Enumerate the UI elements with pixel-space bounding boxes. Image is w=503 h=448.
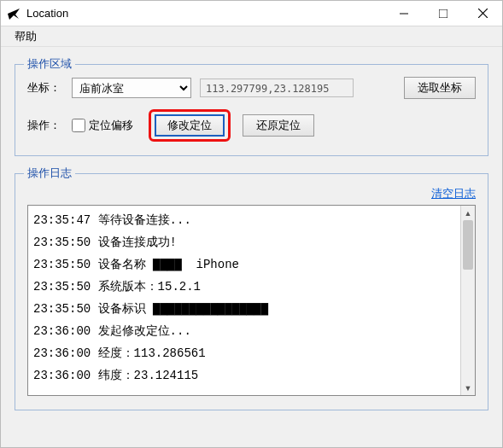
restore-location-button[interactable]: 还原定位 (243, 114, 314, 137)
app-icon (1, 7, 26, 20)
log-box: 23:35:47 等待设备连接... 23:35:50 设备连接成功! 23:3… (27, 205, 476, 396)
minimize-button[interactable] (384, 1, 424, 26)
scroll-track[interactable] (461, 220, 475, 381)
clear-log-link[interactable]: 清空日志 (431, 187, 476, 200)
offset-checkbox[interactable] (72, 119, 85, 132)
label-coord: 坐标： (27, 80, 72, 96)
select-coord-button[interactable]: 选取坐标 (404, 77, 476, 99)
coord-display: 113.297799,23.128195 (200, 79, 354, 97)
svg-rect-1 (439, 9, 447, 18)
close-button[interactable] (463, 1, 502, 26)
group-operate-area: 操作区域 坐标： 庙前冰室 113.297799,23.128195 选取坐标 … (15, 64, 488, 156)
group-title-operate-area: 操作区域 (24, 56, 75, 72)
log-content: 23:35:47 等待设备连接... 23:35:50 设备连接成功! 23:3… (28, 206, 460, 395)
offset-checkbox-wrap[interactable]: 定位偏移 (72, 118, 133, 133)
menu-help[interactable]: 帮助 (8, 27, 44, 46)
modify-location-button[interactable]: 修改定位 (155, 114, 225, 137)
scroll-thumb[interactable] (463, 220, 473, 270)
highlight-annotation: 修改定位 (149, 109, 231, 142)
scroll-up-button[interactable]: ▲ (461, 206, 475, 220)
offset-checkbox-label: 定位偏移 (89, 118, 133, 133)
group-operate-log: 操作日志 清空日志 23:35:47 等待设备连接... 23:35:50 设备… (15, 173, 488, 410)
label-operate: 操作： (27, 118, 72, 133)
coord-select[interactable]: 庙前冰室 (72, 78, 191, 98)
group-title-operate-log: 操作日志 (24, 166, 75, 181)
scrollbar[interactable]: ▲ ▼ (460, 206, 475, 395)
window-title: Location (26, 7, 384, 20)
scroll-down-button[interactable]: ▼ (461, 381, 475, 395)
menu-bar: 帮助 (1, 26, 502, 47)
title-bar: Location (1, 1, 502, 26)
maximize-button[interactable] (424, 1, 463, 26)
